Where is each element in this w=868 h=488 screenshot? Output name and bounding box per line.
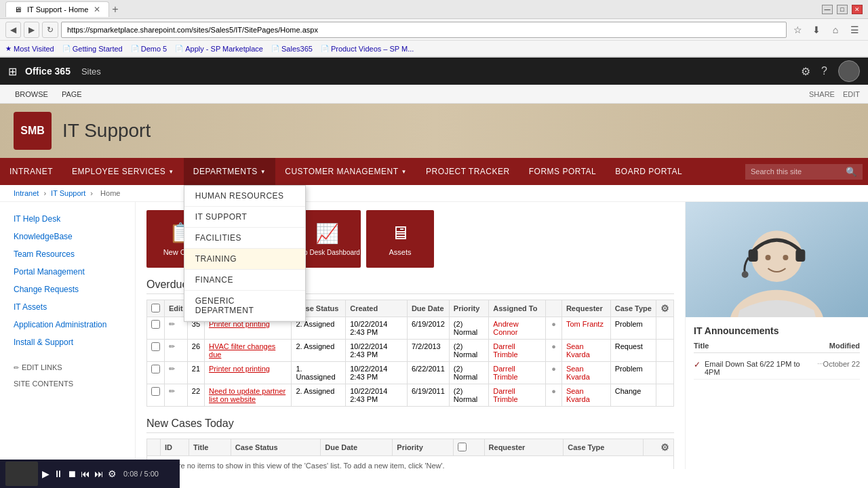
row-requester-cell: Sean Kvarda [561,384,610,407]
site-search-box[interactable]: 🔍 [745,164,863,180]
row-id-cell: 22 [187,384,204,407]
sidebar-item-application-admin[interactable]: Application Administration [0,316,135,333]
requester-link[interactable]: Sean Kvarda [566,365,590,381]
nav-item-departments[interactable]: DEPARTMENTS ▼ Human Resources IT Support… [184,158,276,185]
settings-icon[interactable]: ⚙ [801,65,810,78]
bookmark-sales365[interactable]: 📄 Sales365 [271,45,313,53]
dropdown-item-training[interactable]: Training [184,249,305,270]
bookmark-label: Sales365 [281,45,313,53]
dropdown-item-finance[interactable]: Finance [184,270,305,291]
tile-assets[interactable]: 🖥 Assets [366,210,434,268]
bookmark-demo5[interactable]: 📄 Demo 5 [131,45,167,53]
row-checkbox[interactable] [151,320,160,329]
assigned-to-link[interactable]: Andrew Connor [493,320,518,336]
forward-button[interactable]: ▶ [24,22,39,38]
video-prev-button[interactable]: ⏮ [81,468,90,479]
nav-item-project-tracker[interactable]: PROJECT TRACKER [416,158,519,185]
case-title-link[interactable]: HVAC filter changes due [209,342,275,359]
browser-nav: ◀ ▶ ↻ ☆ ⬇ ⌂ ☰ [0,19,868,41]
home-button[interactable]: ⌂ [827,22,844,38]
sidebar-item-team-resources[interactable]: Team Resources [0,245,135,263]
dropdown-item-facilities[interactable]: Facilities [184,228,305,249]
hero-image [686,202,868,317]
new-tab-button[interactable]: + [112,3,118,16]
select-all-checkbox[interactable] [151,304,160,312]
bookmark-apply[interactable]: 📄 Apply - SP Marketplace [175,45,263,53]
sidebar-item-knowledgebase[interactable]: KnowledgeBase [0,228,135,245]
share-action[interactable]: SHARE [809,90,835,98]
user-avatar[interactable] [838,60,860,82]
edit-icon[interactable]: ✏ [169,365,175,373]
edit-links-action[interactable]: ✏ EDIT LINKS [0,359,135,375]
assigned-to-link[interactable]: Darrell Trimble [493,387,517,403]
address-bar[interactable] [61,22,787,38]
settings-menu-button[interactable]: ☰ [846,22,863,38]
row-checkbox[interactable] [151,365,160,373]
col-id: ID [161,439,189,456]
sidebar-item-install-support[interactable]: Install & Support [0,333,135,351]
video-pause-button[interactable]: ⏸ [54,468,63,479]
requester-link[interactable]: Sean Kvarda [566,342,590,359]
edit-icon[interactable]: ✏ [169,320,175,328]
video-next-button[interactable]: ⏭ [94,468,104,479]
site-contents-action[interactable]: SITE CONTENTS [0,375,135,392]
video-settings-button[interactable]: ⚙ [108,468,117,479]
case-title-link[interactable]: Need to update partner list on website [209,387,285,403]
more-options[interactable]: ··· [817,360,823,367]
tab-close-button[interactable]: ✕ [94,5,100,14]
breadcrumb-intranet[interactable]: Intranet [14,189,39,197]
nav-label: DEPARTMENTS [193,167,258,176]
dropdown-item-it-support[interactable]: IT Support [184,207,305,228]
sites-label[interactable]: Sites [81,66,101,77]
table-settings-icon[interactable]: ⚙ [660,442,669,453]
nav-item-board-portal[interactable]: BOARD PORTAL [606,158,692,185]
sidebar-item-portal-management[interactable]: Portal Management [0,263,135,281]
help-icon[interactable]: ? [821,65,827,77]
browser-tab[interactable]: 🖥 IT Support - Home ✕ [5,1,109,17]
bookmark-product-videos[interactable]: 📄 Product Videos – SP M... [321,45,414,53]
nav-item-employee-services[interactable]: EMPLOYEE SERVICES ▼ [62,158,184,185]
download-button[interactable]: ⬇ [808,22,825,38]
case-title-link[interactable]: Printer not printing [209,365,270,373]
bookmark-getting-started[interactable]: 📄 Getting Started [62,45,123,53]
dropdown-item-generic-department[interactable]: Generic Department [184,291,305,321]
close-button[interactable]: ✕ [852,5,863,14]
site-search-button[interactable]: 🔍 [846,167,857,177]
video-play-button[interactable]: ▶ [42,468,50,479]
requester-toggle[interactable] [458,443,467,451]
col-requester: Requester [484,439,564,456]
svg-rect-4 [749,249,758,262]
breadcrumb-it-support[interactable]: IT Support [51,189,85,197]
edit-action[interactable]: EDIT [843,90,860,98]
sidebar-item-change-requests[interactable]: Change Requests [0,281,135,298]
row-checkbox[interactable] [151,387,160,396]
assigned-to-link[interactable]: Darrell Trimble [493,342,517,359]
row-dot-cell: ● [546,362,562,384]
ribbon-tab-browse[interactable]: BROWSE [8,87,55,101]
maximize-button[interactable]: □ [837,5,848,14]
minimize-button[interactable]: — [822,5,833,14]
requester-link[interactable]: Sean Kvarda [566,387,590,403]
edit-icon[interactable]: ✏ [169,342,175,350]
site-search-input[interactable] [751,167,846,176]
grid-icon[interactable]: ⊞ [8,65,17,78]
nav-item-customer-management[interactable]: CUSTOMER MANAGEMENT ▼ [275,158,416,185]
back-button[interactable]: ◀ [5,22,21,38]
announcement-title[interactable]: Email Down Sat 6/22 1PM to 4PM [705,360,817,376]
bookmark-star-button[interactable]: ☆ [789,22,806,38]
table-settings-icon[interactable]: ⚙ [660,303,669,314]
refresh-button[interactable]: ↻ [42,22,58,38]
bookmark-most-visited[interactable]: ★ Most Visited [5,45,54,53]
ribbon-tab-page[interactable]: PAGE [55,87,89,101]
dropdown-item-human-resources[interactable]: Human Resources [184,186,305,207]
sidebar-item-it-assets[interactable]: IT Assets [0,298,135,316]
nav-item-intranet[interactable]: INTRANET [0,158,62,185]
office365-label[interactable]: Office 365 [25,66,71,77]
requester-link[interactable]: Tom Frantz [566,320,604,328]
assigned-to-link[interactable]: Darrell Trimble [493,365,517,381]
video-stop-button[interactable]: ⏹ [67,468,77,479]
sidebar-item-it-help-desk[interactable]: IT Help Desk [0,210,135,228]
edit-icon[interactable]: ✏ [169,387,175,395]
row-checkbox[interactable] [151,342,160,351]
nav-item-forms-portal[interactable]: FORMS PORTAL [519,158,606,185]
